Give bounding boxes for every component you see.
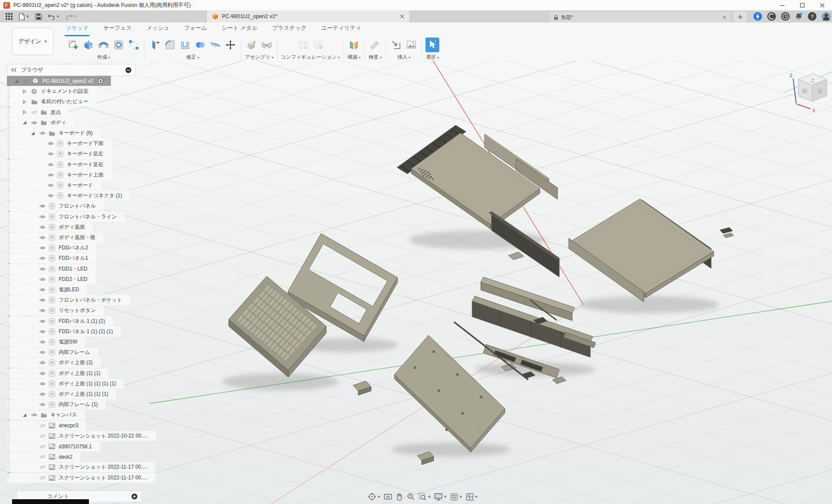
active-document-tab[interactable]: PC-9801U2_open2 v2* [206, 10, 410, 22]
help-icon[interactable]: ? [807, 12, 817, 21]
close-tab-icon[interactable] [722, 16, 726, 19]
visibility-icon[interactable] [46, 141, 55, 146]
joint-icon[interactable] [260, 38, 274, 52]
pan-button[interactable] [395, 493, 403, 501]
ribbon-tab-3[interactable]: メッシュ [145, 22, 170, 36]
browser-item[interactable]: ボディ底面・後 [7, 233, 103, 243]
visibility-icon[interactable] [38, 319, 47, 324]
ribbon-group-label[interactable]: アセンブリ ▾ [245, 54, 273, 60]
part-body-bottom-rear[interactable] [569, 199, 714, 302]
browser-item[interactable]: リセットボタン [7, 306, 104, 315]
browser-item[interactable]: d390710758.1 [7, 441, 100, 451]
ribbon-group-label[interactable]: 構築 ▾ [347, 54, 360, 60]
browser-item[interactable]: 原点 [7, 107, 69, 117]
browser-item[interactable]: キーボード足左 [7, 149, 111, 159]
job-queue-icon[interactable] [781, 12, 790, 21]
browser-item[interactable]: FDDパネル 1 (1) (2) [7, 316, 113, 326]
browser-item[interactable]: FDD1・LED [7, 264, 95, 274]
browser-item[interactable]: フロントパネル・ポケット [7, 295, 130, 305]
browser-item[interactable]: フロントパネル [7, 201, 104, 211]
browser-item[interactable]: FDD2・LED [7, 274, 95, 284]
press-pull-icon[interactable] [148, 38, 162, 52]
configuration-table-icon[interactable] [296, 38, 310, 52]
save-button[interactable] [33, 11, 44, 22]
browser-item[interactable]: キーボード [7, 180, 101, 190]
ribbon-tab-7[interactable]: ユーティリティ [321, 22, 362, 36]
view-cube[interactable]: 上 前 右 Z X [785, 72, 832, 113]
browser-item[interactable]: desk2 [7, 452, 80, 462]
display-settings-button[interactable]: ▼ [434, 493, 447, 501]
browser-item[interactable]: ボディ上面 (2) [7, 358, 101, 368]
browser-item[interactable]: スクリーンショット 2022-10-22 00.… [7, 431, 156, 441]
visibility-icon[interactable] [22, 79, 30, 83]
secondary-document-tab[interactable]: 無題* [549, 11, 731, 23]
visibility-icon[interactable] [38, 267, 47, 271]
viewports-button[interactable]: ▼ [466, 493, 478, 501]
visibility-icon[interactable] [38, 371, 47, 376]
select-cursor-icon[interactable] [425, 38, 439, 52]
orbit-button[interactable]: ▼ [368, 492, 381, 501]
browser-item[interactable]: FDDパネル2 [7, 243, 96, 253]
profile-icon[interactable] [821, 12, 831, 22]
viewcube-right-label[interactable]: 右 [817, 88, 823, 94]
browser-item[interactable]: 内部フレーム [7, 347, 98, 357]
expanded-arrow-icon[interactable] [12, 79, 21, 83]
shell-icon[interactable] [178, 38, 192, 52]
look-at-button[interactable] [384, 493, 392, 501]
ribbon-tab-4[interactable]: フォーム [183, 22, 208, 36]
visibility-icon[interactable] [46, 173, 55, 177]
ribbon-group-label[interactable]: 選択 ▾ [426, 54, 439, 60]
browser-item[interactable]: スクリーンショット 2022-11-17 00.… [7, 473, 155, 483]
file-new-button[interactable]: ▼ [16, 11, 32, 22]
ribbon-group-label[interactable]: 挿入 ▾ [397, 54, 410, 60]
ribbon-group-label[interactable]: 検査 ▾ [369, 54, 381, 60]
job-status-icon[interactable] [753, 12, 763, 21]
collapsed-arrow-icon[interactable] [20, 110, 29, 114]
ribbon-group-label[interactable]: 修正 ▾ [186, 54, 199, 60]
visibility-icon[interactable] [38, 350, 47, 355]
browser-item[interactable]: 内部フレーム (1) [7, 400, 106, 410]
browser-item[interactable]: 名前の付いたビュー [7, 97, 96, 107]
configuration-insert-icon[interactable] [311, 38, 325, 52]
collapse-panel-icon[interactable] [11, 68, 17, 72]
app-grid-button[interactable] [3, 11, 15, 22]
browser-item[interactable]: スクリーンショット 2022-11-17 00.… [7, 462, 155, 472]
expanded-arrow-icon[interactable] [20, 120, 29, 125]
browser-item[interactable]: キーボード上面 [7, 170, 111, 180]
visibility-icon[interactable] [38, 402, 47, 407]
visibility-icon[interactable] [30, 110, 38, 115]
visibility-icon[interactable] [38, 360, 47, 365]
visibility-icon[interactable] [38, 381, 47, 386]
visibility-icon[interactable] [38, 131, 47, 135]
redo-button[interactable]: ▼ [63, 11, 79, 22]
collapse-tree-icon[interactable] [125, 67, 132, 73]
browser-item[interactable]: ボディ上面 (1) (1) (1) [7, 389, 116, 399]
maximize-button[interactable] [792, 0, 812, 10]
browser-item[interactable]: 電源SW [7, 337, 85, 347]
visibility-icon[interactable] [38, 392, 47, 397]
move-copy-icon[interactable] [224, 38, 237, 52]
visibility-icon[interactable] [46, 193, 55, 198]
measure-icon[interactable] [368, 38, 382, 52]
browser-item[interactable]: ボディ底面 [7, 222, 93, 232]
visibility-icon[interactable] [30, 413, 38, 417]
collapsed-arrow-icon[interactable] [20, 89, 29, 94]
browser-item[interactable]: PC-9801U2_open2 v2 [7, 76, 111, 86]
collapsed-arrow-icon[interactable] [20, 100, 29, 104]
part-front-panel-assembly[interactable] [472, 277, 596, 357]
browser-item[interactable]: FDDパネル1 [7, 253, 96, 263]
browser-item[interactable]: キーボード足右 [7, 160, 111, 170]
undo-button[interactable]: ▼ [46, 11, 62, 22]
ribbon-group-label[interactable]: コンフィギュレーション ▾ [281, 54, 340, 60]
visibility-icon[interactable] [38, 476, 47, 480]
visibility-icon[interactable] [38, 340, 47, 344]
browser-item[interactable]: 電源LED [7, 285, 87, 295]
visibility-icon[interactable] [38, 423, 47, 428]
visibility-icon[interactable] [38, 235, 47, 240]
browser-item[interactable]: FDDパネル 1 (1) (2) (1) [7, 327, 121, 337]
fit-button[interactable]: ▼ [418, 492, 431, 501]
browser-item[interactable]: キャンバス [7, 410, 85, 420]
browser-panel-header[interactable]: ブラウザ [7, 64, 136, 76]
browser-item[interactable]: ボディ上面 (1) (1) [7, 369, 108, 378]
visibility-icon[interactable] [38, 298, 47, 302]
